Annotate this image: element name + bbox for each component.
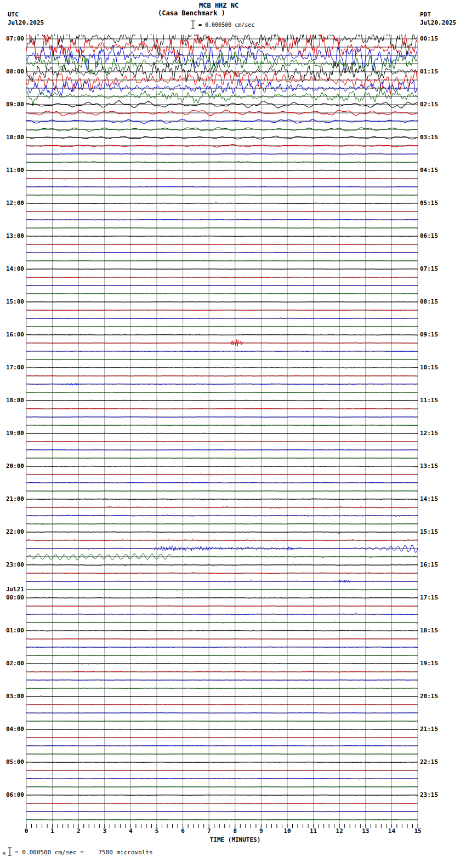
pdt-hour-label: 06:15 [420, 232, 438, 240]
pdt-hour-label: 09:15 [420, 330, 438, 339]
utc-hour-label: 13:00 [1, 232, 24, 240]
utc-hour-label: 01:00 [1, 626, 24, 635]
axis-tick-label: 8 [224, 827, 246, 835]
pdt-hour-label: 12:15 [420, 429, 438, 437]
utc-hour-label: 06:00 [1, 791, 24, 799]
pdt-hour-label: 10:15 [420, 363, 438, 372]
x-axis-title: TIME (MINUTES) [202, 836, 268, 843]
utc-hour-label: 17:00 [1, 363, 24, 372]
utc-hour-label: 07:00 [1, 35, 24, 43]
axis-tick-label: 5 [146, 827, 168, 835]
pdt-hour-label: 23:15 [420, 791, 438, 799]
utc-hour-label: 22:00 [1, 528, 24, 536]
axis-tick-label: 2 [67, 827, 89, 835]
axis-tick-label: 10 [276, 827, 298, 835]
utc-hour-label: 04:00 [1, 725, 24, 733]
pdt-hour-label: 22:15 [420, 758, 438, 766]
footer-ibeam-icon [8, 847, 12, 858]
pdt-hour-label: 15:15 [420, 528, 438, 536]
footer-scale-text: = 0.000500 cm/sec = 7500 microvolts [15, 849, 153, 856]
axis-tick-label: 15 [407, 827, 429, 835]
utc-hour-label: 11:00 [1, 166, 24, 174]
axis-tick-label: 13 [355, 827, 377, 835]
utc-hour-label: 10:00 [1, 133, 24, 141]
axis-tick-label: 11 [303, 827, 325, 835]
axis-tick-label: 7 [198, 827, 220, 835]
pdt-hour-label: 14:15 [420, 495, 438, 503]
utc-hour-label: 03:00 [1, 692, 24, 700]
axis-tick-label: 14 [380, 827, 402, 835]
utc-hour-label: 19:00 [1, 429, 24, 437]
pdt-hour-label: 08:15 [420, 298, 438, 306]
pdt-hour-label: 18:15 [420, 626, 438, 635]
pdt-hour-label: 20:15 [420, 692, 438, 700]
footer-prefix-glyph: ʍ [3, 851, 5, 856]
pdt-hour-label: 05:15 [420, 199, 438, 207]
utc-hour-label: 09:00 [1, 100, 24, 108]
utc-hour-label: 15:00 [1, 298, 24, 306]
pdt-hour-label: 16:15 [420, 561, 438, 569]
utc-hour-label: Jul21 00:00 [1, 585, 24, 602]
seismogram-plot [0, 0, 466, 868]
helicorder-page: MCB HHZ NC (Casa Benchmark ) = 0.000500 … [0, 0, 466, 868]
pdt-hour-label: 11:15 [420, 396, 438, 404]
pdt-hour-label: 13:15 [420, 462, 438, 470]
axis-tick-label: 12 [328, 827, 350, 835]
utc-hour-label: 16:00 [1, 330, 24, 339]
axis-tick-label: 6 [172, 827, 194, 835]
pdt-hour-label: 03:15 [420, 133, 438, 141]
utc-hour-label: 18:00 [1, 396, 24, 404]
utc-hour-label: 14:00 [1, 265, 24, 273]
pdt-hour-label: 17:15 [420, 593, 438, 602]
utc-hour-label: 08:00 [1, 67, 24, 76]
axis-tick-label: 0 [15, 827, 37, 835]
pdt-hour-label: 19:15 [420, 659, 438, 667]
axis-tick-label: 9 [250, 827, 272, 835]
pdt-hour-label: 01:15 [420, 67, 438, 76]
pdt-hour-label: 04:15 [420, 166, 438, 174]
utc-hour-label: 20:00 [1, 462, 24, 470]
utc-hour-label: 21:00 [1, 495, 24, 503]
utc-hour-label: 02:00 [1, 659, 24, 667]
utc-hour-label: 23:00 [1, 561, 24, 569]
pdt-hour-label: 21:15 [420, 725, 438, 733]
pdt-hour-label: 02:15 [420, 100, 438, 108]
utc-hour-label: 12:00 [1, 199, 24, 207]
axis-tick-label: 1 [42, 827, 64, 835]
axis-tick-label: 4 [120, 827, 141, 835]
axis-tick-label: 3 [94, 827, 116, 835]
pdt-hour-label: 00:15 [420, 35, 438, 43]
utc-hour-label: 05:00 [1, 758, 24, 766]
pdt-hour-label: 07:15 [420, 265, 438, 273]
